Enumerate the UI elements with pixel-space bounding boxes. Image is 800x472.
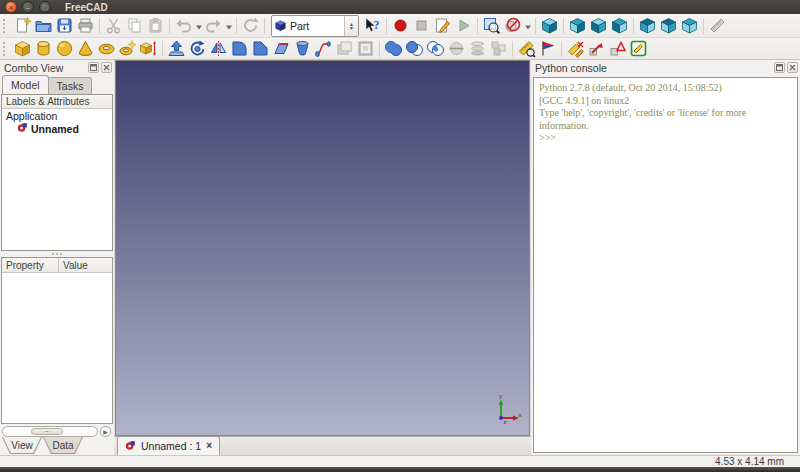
- combo-view-float-button[interactable]: [88, 62, 99, 73]
- open-folder-icon: [34, 16, 53, 35]
- view-bottom-button[interactable]: [658, 15, 679, 36]
- part-boolean-cut-button[interactable]: [404, 38, 425, 59]
- create-primitives-icon: [118, 39, 137, 58]
- part-ruled-surface-button[interactable]: [271, 38, 292, 59]
- save-document-button[interactable]: [54, 15, 75, 36]
- view-isometric-button[interactable]: [539, 15, 560, 36]
- toolbar-separator: [630, 17, 637, 35]
- print-button[interactable]: [75, 15, 96, 36]
- toolbar-handle[interactable]: [3, 19, 9, 33]
- tab-tasks[interactable]: Tasks: [48, 77, 93, 94]
- fit-all-button[interactable]: [481, 15, 502, 36]
- cone-icon: [76, 39, 95, 58]
- tab-data[interactable]: Data: [43, 437, 83, 454]
- view-rear-button[interactable]: [637, 15, 658, 36]
- tab-model[interactable]: Model: [2, 75, 49, 94]
- part-cylinder-button[interactable]: [33, 38, 54, 59]
- part-boolean-union-button[interactable]: [383, 38, 404, 59]
- redo-dropdown[interactable]: [224, 15, 233, 36]
- draw-style-button[interactable]: [502, 15, 523, 36]
- mdi-area: Y x z Unnamed : 1 ×: [114, 60, 531, 455]
- model-tree-panel: Labels & Attributes Application Unnamed: [1, 94, 113, 251]
- part-box-button[interactable]: [12, 38, 33, 59]
- python-console-float-button[interactable]: [774, 62, 785, 73]
- view-left-button[interactable]: [679, 15, 700, 36]
- window-close-button[interactable]: ×: [5, 1, 17, 13]
- part-torus-button[interactable]: [96, 38, 117, 59]
- console-line: [GCC 4.9.1] on linux2: [539, 95, 792, 108]
- toolbar-separator: [560, 17, 567, 35]
- part-loft-button[interactable]: [292, 38, 313, 59]
- part-offset-button: [334, 38, 355, 59]
- document-tab-unnamed[interactable]: Unnamed : 1 ×: [117, 436, 220, 455]
- edit-macro-icon: [433, 16, 452, 35]
- view-front-button[interactable]: [567, 15, 588, 36]
- combo-view-dock-buttons: [88, 62, 112, 73]
- toolbar-separator: [261, 17, 268, 35]
- view-right-button[interactable]: [609, 15, 630, 36]
- part-cone-button[interactable]: [75, 38, 96, 59]
- main-area: Combo View Model Tasks Labels & Attribut…: [0, 60, 800, 455]
- combo-view-close-button[interactable]: [101, 62, 112, 73]
- tree-item-unnamed[interactable]: Unnamed: [2, 122, 112, 135]
- macro-edit-button[interactable]: [432, 15, 453, 36]
- part-mirror-button[interactable]: [208, 38, 229, 59]
- status-dimensions: 4.53 x 4.14 mm: [715, 456, 784, 467]
- part-extrude-button[interactable]: [166, 38, 187, 59]
- window-maximize-button[interactable]: □: [39, 1, 51, 13]
- part-shape-builder-button[interactable]: [138, 38, 159, 59]
- part-boolean-common-button[interactable]: [425, 38, 446, 59]
- toolbar-separator: [376, 40, 383, 58]
- python-console-output[interactable]: Python 2.7.8 (default, Oct 20 2014, 15:0…: [533, 77, 798, 453]
- tab-close-icon[interactable]: ×: [206, 441, 212, 451]
- measure-toggle-all-icon: [629, 39, 648, 58]
- revolve-icon: [188, 39, 207, 58]
- draw-style-dropdown[interactable]: [523, 15, 532, 36]
- scrollbar-step-button[interactable]: ▶: [100, 426, 111, 437]
- undo-dropdown[interactable]: [194, 15, 203, 36]
- part-chamfer-button[interactable]: [250, 38, 271, 59]
- measure-clear-all-button[interactable]: [565, 38, 586, 59]
- measure-angular-button[interactable]: [537, 38, 558, 59]
- part-section-button: [446, 38, 467, 59]
- chevron-down-icon: [225, 17, 233, 35]
- tab-view[interactable]: View: [2, 437, 42, 454]
- freecad-document-icon: [17, 122, 28, 135]
- workbench-selector[interactable]: Part▲▼: [271, 15, 359, 37]
- macro-record-button[interactable]: [390, 15, 411, 36]
- cut-button: [103, 15, 124, 36]
- window-minimize-button[interactable]: –: [22, 1, 34, 13]
- part-sweep-button[interactable]: [313, 38, 334, 59]
- workbench-selector-spinner[interactable]: ▲▼: [344, 16, 358, 36]
- whats-this-button[interactable]: ?: [362, 15, 383, 36]
- toolbar-separator: [532, 17, 539, 35]
- extrude-icon: [167, 39, 186, 58]
- svg-text:?: ?: [374, 18, 380, 32]
- redo-button: [203, 15, 224, 36]
- new-document-button[interactable]: [12, 15, 33, 36]
- workbench-selector-value: Part: [289, 20, 344, 32]
- axis-label-y: Y: [499, 395, 503, 400]
- measure-toggle-delta-button[interactable]: [607, 38, 628, 59]
- tree-item-application[interactable]: Application: [2, 109, 112, 122]
- cube-right-icon: [610, 16, 629, 35]
- measure-linear-button[interactable]: [516, 38, 537, 59]
- horizontal-scrollbar[interactable]: [2, 426, 98, 437]
- mirror-icon: [209, 39, 228, 58]
- view-top-button[interactable]: [588, 15, 609, 36]
- measure-toggle-3d-button[interactable]: [586, 38, 607, 59]
- python-console-close-button[interactable]: [787, 62, 798, 73]
- scrollbar-thumb[interactable]: [31, 428, 63, 435]
- toolbar-separator: [700, 17, 707, 35]
- part-revolve-button[interactable]: [187, 38, 208, 59]
- part-fillet-button[interactable]: [229, 38, 250, 59]
- part-sphere-button[interactable]: [54, 38, 75, 59]
- measure-toggle-all-button[interactable]: [628, 38, 649, 59]
- macro-stop-button: [411, 15, 432, 36]
- play-icon: [454, 16, 473, 35]
- open-document-button[interactable]: [33, 15, 54, 36]
- toolbar-row-1: Part▲▼?: [0, 14, 800, 38]
- 3d-viewport[interactable]: Y x z: [115, 60, 530, 436]
- toolbar-handle[interactable]: [3, 42, 9, 56]
- part-create-primitives-button[interactable]: [117, 38, 138, 59]
